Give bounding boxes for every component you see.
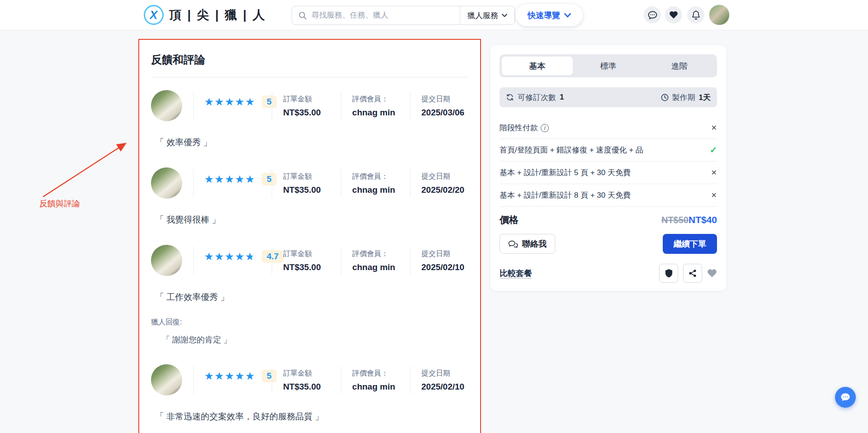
review-member: 評價會員： chnag min	[352, 364, 399, 392]
review-item: ★★★★★★★★★★ 5 訂單金額 NT$35.00 評價會員： chnag m…	[151, 167, 468, 226]
divider	[151, 77, 468, 77]
revisions-label: 可修訂次數	[518, 92, 556, 103]
revisions-value: 1	[560, 93, 564, 102]
divider	[341, 169, 341, 197]
chevron-down-icon	[564, 13, 571, 18]
stars-icon: ★★★★★★★★★★	[204, 252, 255, 262]
cross-icon: ✕	[711, 168, 717, 177]
chat-bubble-icon	[648, 11, 657, 19]
feature-row: 基本 + 設計/重新設計 5 頁 + 30 天免費 ✕	[500, 162, 717, 184]
duration-value: 1天	[699, 92, 711, 103]
divider	[410, 366, 410, 394]
rating-score: 5	[262, 173, 277, 186]
tab-basic[interactable]: 基本	[502, 57, 573, 75]
heart-icon	[669, 11, 678, 19]
order-amount: 訂單金額 NT$35.00	[283, 167, 330, 195]
search-category-dropdown[interactable]: 獵人服務	[460, 6, 514, 24]
divider	[193, 366, 193, 394]
review-comment: 「 非常迅速的交案效率，良好的服務品質 」	[156, 411, 468, 423]
stars-icon: ★★★★★★★★★★	[204, 371, 255, 381]
shield-icon	[665, 269, 673, 278]
order-amount: 訂單金額 NT$35.00	[283, 245, 330, 272]
divider	[341, 366, 341, 394]
action-buttons: 聯絡我 繼續下單	[500, 234, 717, 254]
logo-icon: X	[144, 5, 164, 25]
divider	[193, 247, 193, 275]
user-avatar[interactable]	[709, 5, 730, 25]
chat-bubble-icon	[840, 393, 850, 402]
messages-button[interactable]	[644, 6, 661, 24]
star-rating: ★★★★★★★★★★ 5	[204, 90, 272, 108]
tab-standard[interactable]: 標準	[573, 57, 644, 75]
staged-payment-row: 階段性付款 i ✕	[500, 117, 717, 139]
quick-nav-button[interactable]: 快速導覽	[516, 4, 583, 26]
refresh-icon	[506, 94, 514, 101]
top-navbar: X 頂 | 尖 | 獵 | 人 獵人服務 快速導覽	[0, 0, 868, 30]
notifications-button[interactable]	[687, 6, 704, 24]
duration-label: 製作期	[672, 92, 695, 103]
cross-icon: ✕	[711, 191, 717, 200]
continue-order-button[interactable]: 繼續下單	[663, 234, 717, 254]
package-tabs: 基本 標準 進階	[500, 54, 717, 77]
rating-score: 5	[262, 370, 277, 382]
price-label: 價格	[500, 214, 519, 226]
submit-date: 提交日期 2025/02/10	[421, 364, 468, 392]
reviewer-avatar	[151, 364, 182, 395]
reviews-card: 反饋和評論 ★★★★★★★★★★ 5 訂單金額 NT$35.00 評價會員： c…	[138, 39, 481, 433]
guarantee-button[interactable]	[659, 264, 678, 283]
contact-me-label: 聯絡我	[522, 238, 547, 249]
favorites-button[interactable]	[665, 6, 682, 24]
staged-payment-label: 階段性付款	[500, 123, 538, 133]
package-panel: 基本 標準 進階 可修訂次數 1 製作期 1天 階段性付款 i ✕ 首頁/登陸頁…	[490, 45, 726, 291]
review-item: ★★★★★★★★★★ 4.7 訂單金額 NT$35.00 評價會員： chnag…	[151, 245, 468, 345]
share-icon	[689, 269, 697, 277]
submit-date: 提交日期 2025/02/20	[421, 167, 468, 195]
review-comment: 「 我覺得很棒 」	[156, 214, 468, 226]
review-comment: 「 效率優秀 」	[156, 137, 468, 148]
reviewer-avatar	[151, 245, 182, 276]
search-category-label: 獵人服務	[467, 10, 498, 21]
reviewer-avatar	[151, 167, 182, 199]
search-input[interactable]	[311, 11, 460, 20]
price-row: 價格 NT$50 NT$40	[500, 207, 717, 233]
review-member: 評價會員： chnag min	[352, 167, 399, 195]
star-rating: ★★★★★★★★★★ 4.7	[204, 245, 272, 263]
compare-packages-link[interactable]: 比較套餐	[500, 268, 532, 279]
tab-advanced[interactable]: 進階	[644, 57, 715, 75]
divider	[272, 169, 272, 197]
favorite-heart-icon[interactable]	[707, 269, 717, 278]
feature-text: 基本 + 設計/重新設計 5 頁 + 30 天免費	[500, 167, 631, 178]
review-item: ★★★★★★★★★★ 5 訂單金額 NT$35.00 評價會員： chnag m…	[151, 90, 468, 148]
submit-date: 提交日期 2025/03/06	[421, 90, 468, 118]
info-icon[interactable]: i	[541, 124, 549, 132]
bell-icon	[692, 10, 700, 20]
chat-fab-button[interactable]	[835, 387, 856, 408]
duration-info: 製作期 1天	[661, 92, 711, 103]
stars-icon: ★★★★★★★★★★	[204, 174, 255, 185]
chevron-down-icon	[502, 14, 507, 17]
divider	[272, 247, 272, 275]
quick-nav-label: 快速導覽	[528, 10, 560, 21]
review-member: 評價會員： chnag min	[352, 245, 399, 272]
site-logo[interactable]: X 頂 | 尖 | 獵 | 人	[144, 5, 266, 25]
divider	[272, 92, 272, 120]
share-button[interactable]	[683, 264, 702, 283]
divider	[341, 247, 341, 275]
hunter-reply-label: 獵人回復:	[151, 318, 468, 327]
divider	[193, 169, 193, 197]
order-amount: 訂單金額 NT$35.00	[283, 364, 330, 392]
check-icon: ✓	[710, 145, 717, 155]
star-rating: ★★★★★★★★★★ 5	[204, 167, 272, 186]
compare-row: 比較套餐	[500, 264, 717, 283]
search-bar: 獵人服務	[292, 6, 515, 25]
reviewer-avatar	[151, 90, 182, 121]
contact-me-button[interactable]: 聯絡我	[500, 234, 555, 254]
submit-date: 提交日期 2025/02/10	[421, 245, 468, 272]
clock-icon	[661, 94, 669, 101]
search-icon	[298, 11, 307, 20]
review-comment: 「 工作效率優秀 」	[156, 291, 468, 303]
divider	[410, 247, 410, 275]
new-price: NT$40	[689, 214, 717, 225]
package-meta-bar: 可修訂次數 1 製作期 1天	[500, 87, 717, 107]
star-rating: ★★★★★★★★★★ 5	[204, 364, 272, 382]
